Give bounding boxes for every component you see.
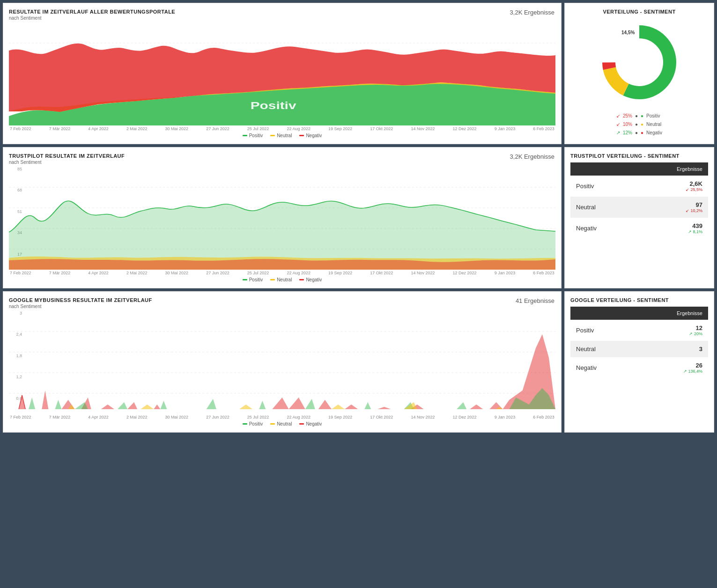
legend-positiv: Positiv <box>243 133 263 138</box>
svg-text:14,5%: 14,5% <box>621 30 635 35</box>
google-chart-title: GOOGLE MYBUSINESS RESULTATE IM ZEITVERLA… <box>9 297 555 303</box>
tp-row-neutral-label: Neutral <box>570 197 634 218</box>
main-chart-title: RESULTATE IM ZEITVERLAUF ALLER BEWERTUNG… <box>9 9 555 15</box>
g-row-neutral-value: 3 <box>634 341 708 357</box>
table-row: Negativ 26 ↗ 136,4% <box>570 357 708 378</box>
main-svg-area: Positiv <box>9 22 555 125</box>
trustpilot-table-title: TRUSTPILOT VERTEILUNG - SENTIMENT <box>570 153 708 159</box>
trustpilot-svg-area <box>9 167 555 270</box>
main-chart-subtitle: nach Sentiment <box>9 15 555 21</box>
main-chart-panel: RESULTATE IM ZEITVERLAUF ALLER BEWERTUNG… <box>3 3 562 144</box>
google-table-panel: GOOGLE VERTEILUNG - SENTIMENT Ergebnisse… <box>564 291 714 433</box>
donut-legend-positiv: ↙ 25% ● ● Positiv <box>616 112 662 120</box>
main-chart-area: Positiv 7 Feb 2022 7 Mär 2022 4 Apr 2022… <box>9 22 555 138</box>
trustpilot-chart-area: 85 68 51 34 17 <box>9 167 555 282</box>
svg-point-8 <box>616 39 663 86</box>
main-chart-inner: Positiv 7 Feb 2022 7 Mär 2022 4 Apr 2022… <box>9 22 555 138</box>
google-chart-panel: GOOGLE MYBUSINESS RESULTATE IM ZEITVERLA… <box>3 291 562 433</box>
g-negativ-color <box>299 423 304 425</box>
tp-neutral-color <box>270 279 275 280</box>
google-col-ergebnisse: Ergebnisse <box>634 307 708 320</box>
trustpilot-table: Ergebnisse Positiv 2,6K ↙ 25,5% Neutral … <box>570 162 708 239</box>
main-legend: Positiv Neutral Negativ <box>9 133 555 138</box>
tp-neutral-change: ↙ 10,2% <box>640 208 702 213</box>
donut-title: VERTEILUNG - SENTIMENT <box>603 9 675 15</box>
donut-legend: ↙ 25% ● ● Positiv ↙ 10% ● ● Neutral ↗ 12… <box>616 112 662 137</box>
table-row: Neutral 3 <box>570 341 708 357</box>
trustpilot-col-label <box>570 162 634 176</box>
trustpilot-legend-neutral: Neutral <box>270 277 292 282</box>
google-table: Ergebnisse Positiv 12 ↗ 20% Neutral 3 <box>570 307 708 378</box>
svg-text:Positiv: Positiv <box>251 100 296 111</box>
negativ-color <box>299 135 304 136</box>
google-legend-negativ: Negativ <box>299 421 322 426</box>
g-negativ-change: ↗ 136,4% <box>640 369 702 374</box>
donut-legend-neutral: ↙ 10% ● ● Neutral <box>616 120 662 129</box>
donut-panel: VERTEILUNG - SENTIMENT 82,3% 14,5% <box>564 3 714 144</box>
google-legend: Positiv Neutral Negativ <box>9 421 555 426</box>
g-row-negativ-value: 26 ↗ 136,4% <box>634 357 708 378</box>
tp-row-neutral-value: 97 ↙ 10,2% <box>634 197 708 218</box>
g-row-positiv-label: Positiv <box>570 320 634 341</box>
table-row: Positiv 12 ↗ 20% <box>570 320 708 341</box>
table-row: Positiv 2,6K ↙ 25,5% <box>570 176 708 197</box>
tp-negativ-change: ↗ 8,1% <box>640 229 702 234</box>
google-col-label <box>570 307 634 320</box>
google-table-header: Ergebnisse <box>570 307 708 320</box>
google-legend-positiv: Positiv <box>243 421 263 426</box>
tp-row-positiv-label: Positiv <box>570 176 634 197</box>
google-chart-area: 3 2,4 1,8 1,2 0,6 <box>9 311 555 426</box>
trustpilot-ergebnisse: 3,2K Ergebnisse <box>510 153 554 160</box>
trustpilot-col-ergebnisse: Ergebnisse <box>634 162 708 176</box>
donut-legend-negativ: ↗ 12% ● ● Negativ <box>616 129 662 137</box>
legend-negativ: Negativ <box>299 133 322 138</box>
google-svg-area <box>9 311 555 414</box>
trustpilot-table-header: Ergebnisse <box>570 162 708 176</box>
tp-negativ-color <box>299 279 304 280</box>
google-legend-neutral: Neutral <box>270 421 292 426</box>
trustpilot-chart-panel: TRUSTPILOT RESULTATE IM ZEITVERLAUF nach… <box>3 147 562 288</box>
trustpilot-xaxis: 7 Feb 2022 7 Mär 2022 4 Apr 2022 2 Mai 2… <box>9 271 555 275</box>
legend-neutral: Neutral <box>270 133 292 138</box>
g-neutral-color <box>270 423 275 425</box>
donut-chart: 82,3% 14,5% <box>597 20 681 104</box>
trustpilot-table-panel: TRUSTPILOT VERTEILUNG - SENTIMENT Ergebn… <box>564 147 714 288</box>
main-xaxis: 7 Feb 2022 7 Mär 2022 4 Apr 2022 2 Mai 2… <box>9 126 555 131</box>
dashboard: RESULTATE IM ZEITVERLAUF ALLER BEWERTUNG… <box>3 3 714 433</box>
trustpilot-legend-positiv: Positiv <box>243 277 263 282</box>
trustpilot-legend: Positiv Neutral Negativ <box>9 277 555 282</box>
main-ergebnisse: 3,2K Ergebnisse <box>510 9 554 16</box>
google-chart-inner: 7 Feb 2022 7 Mär 2022 4 Apr 2022 2 Mai 2… <box>9 311 555 426</box>
tp-positiv-change: ↙ 25,5% <box>640 187 702 192</box>
tp-positiv-color <box>243 279 247 280</box>
trustpilot-chart-subtitle: nach Sentiment <box>9 160 555 165</box>
google-chart-subtitle: nach Sentiment <box>9 304 555 309</box>
g-positiv-color <box>243 423 247 425</box>
tp-row-negativ-value: 439 ↗ 8,1% <box>634 218 708 239</box>
g-row-negativ-label: Negativ <box>570 357 634 378</box>
trustpilot-legend-negativ: Negativ <box>299 277 322 282</box>
google-ergebnisse: 41 Ergebnisse <box>516 297 554 304</box>
trustpilot-chart-inner: 7 Feb 2022 7 Mär 2022 4 Apr 2022 2 Mai 2… <box>9 167 555 282</box>
tp-row-positiv-value: 2,6K ↙ 25,5% <box>634 176 708 197</box>
trustpilot-chart-title: TRUSTPILOT RESULTATE IM ZEITVERLAUF <box>9 153 555 159</box>
google-xaxis: 7 Feb 2022 7 Mär 2022 4 Apr 2022 2 Mai 2… <box>9 415 555 419</box>
table-row: Neutral 97 ↙ 10,2% <box>570 197 708 218</box>
tp-row-negativ-label: Negativ <box>570 218 634 239</box>
positiv-color <box>243 135 247 136</box>
table-row: Negativ 439 ↗ 8,1% <box>570 218 708 239</box>
google-table-title: GOOGLE VERTEILUNG - SENTIMENT <box>570 297 708 303</box>
g-positiv-change: ↗ 20% <box>640 331 702 336</box>
neutral-color <box>270 135 275 136</box>
svg-text:82,3%: 82,3% <box>652 81 667 87</box>
g-row-neutral-label: Neutral <box>570 341 634 357</box>
g-row-positiv-value: 12 ↗ 20% <box>634 320 708 341</box>
